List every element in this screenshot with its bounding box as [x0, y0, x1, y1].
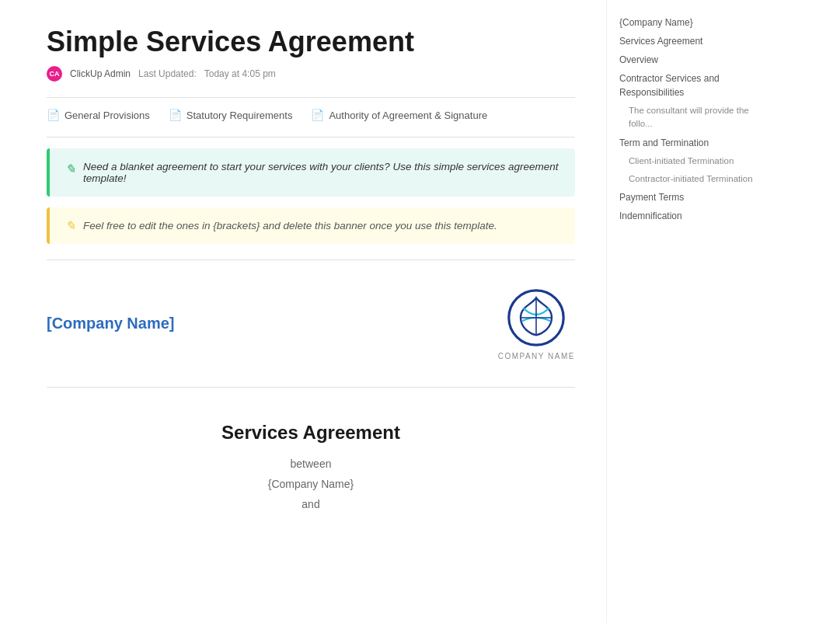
edit-icon: ✎	[65, 162, 75, 176]
breadcrumb-label-3: Authority of Agreement & Signature	[329, 110, 487, 121]
logo-label: COMPANY NAME	[498, 352, 575, 360]
divider-company	[47, 387, 575, 388]
doc-icon-3: 📄	[311, 109, 324, 121]
sidebar-item-payment-terms[interactable]: Payment Terms	[619, 190, 765, 204]
company-logo	[505, 287, 567, 349]
sidebar-item-contractor-termination[interactable]: Contractor-initiated Termination	[619, 172, 765, 186]
services-heading: Services Agreement	[47, 422, 575, 444]
green-banner: ✎ Need a blanket agreement to start your…	[47, 148, 575, 197]
services-company-name: {Company Name}	[47, 478, 575, 490]
breadcrumb-tab-statutory[interactable]: 📄 Statutory Requirements	[169, 109, 293, 121]
last-updated-time: Today at 4:05 pm	[204, 68, 276, 79]
info-icon: ✎	[65, 218, 75, 233]
sidebar-item-indemnification[interactable]: Indemnification	[619, 209, 765, 223]
last-updated-label: Last Updated:	[138, 68, 197, 79]
sidebar-item-contractor-services[interactable]: Contractor Services and Responsibilities	[619, 71, 765, 99]
breadcrumb-tab-authority[interactable]: 📄 Authority of Agreement & Signature	[311, 109, 487, 121]
yellow-banner: ✎ Feel free to edit the ones in {bracket…	[47, 207, 575, 244]
breadcrumb-tabs: 📄 General Provisions 📄 Statutory Require…	[47, 109, 575, 121]
sidebar-item-services-agreement[interactable]: Services Agreement	[619, 34, 765, 48]
divider-mid	[47, 259, 575, 260]
sidebar: {Company Name} Services Agreement Overvi…	[606, 0, 777, 623]
sidebar-item-client-termination[interactable]: Client-initiated Termination	[619, 155, 765, 168]
doc-icon-2: 📄	[169, 109, 182, 121]
company-section: [Company Name] COMPANY NAME	[47, 271, 575, 376]
sidebar-item-term-termination[interactable]: Term and Termination	[619, 136, 765, 150]
services-section: Services Agreement between {Company Name…	[47, 399, 575, 518]
logo-area: COMPANY NAME	[498, 287, 575, 360]
green-banner-text: Need a blanket agreement to start your s…	[83, 161, 559, 184]
services-between: between	[47, 458, 575, 470]
avatar: CA	[47, 66, 62, 82]
sidebar-item-consultant-provide[interactable]: The consultant will provide the follo...	[619, 104, 765, 131]
company-name-link[interactable]: [Company Name]	[47, 315, 174, 332]
breadcrumb-tab-general[interactable]: 📄 General Provisions	[47, 109, 150, 121]
page-title: Simple Services Agreement	[47, 25, 575, 58]
sidebar-item-company[interactable]: {Company Name}	[619, 16, 765, 30]
services-and: and	[47, 498, 575, 510]
main-content: Simple Services Agreement CA ClickUp Adm…	[0, 0, 606, 623]
sidebar-item-overview[interactable]: Overview	[619, 53, 765, 67]
yellow-banner-text: Feel free to edit the ones in {brackets}…	[83, 220, 497, 231]
doc-icon-1: 📄	[47, 109, 60, 121]
breadcrumb-label-1: General Provisions	[64, 110, 150, 121]
author-name: ClickUp Admin	[70, 68, 131, 79]
meta-row: CA ClickUp Admin Last Updated: Today at …	[47, 66, 575, 82]
divider-tabs	[47, 137, 575, 137]
breadcrumb-label-2: Statutory Requirements	[186, 110, 293, 121]
divider-top	[47, 97, 575, 98]
